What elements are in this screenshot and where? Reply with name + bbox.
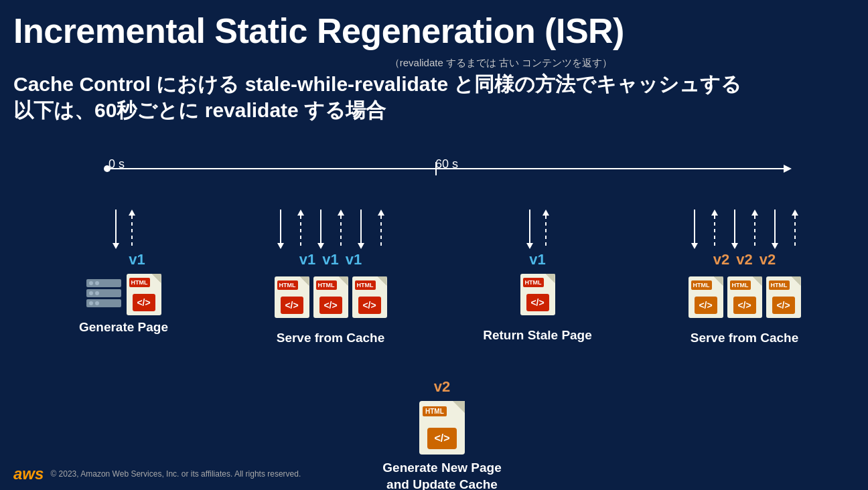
html-badge: HTML xyxy=(316,280,337,290)
footer: aws © 2023, Amazon Web Services, Inc. or… xyxy=(13,465,301,483)
html-file-v2-2: HTML </> xyxy=(727,276,762,318)
arrowhead xyxy=(317,243,324,249)
arrow-down-3 xyxy=(526,210,533,249)
shaft xyxy=(115,210,117,243)
shaft xyxy=(360,210,362,243)
return-stale-label: Return Stale Page xyxy=(483,327,592,344)
section-generate-page: v1 HTML </> Generate Page xyxy=(20,208,227,336)
html-badge: HTML xyxy=(355,280,376,290)
arrowhead xyxy=(358,243,364,249)
shaft xyxy=(529,210,530,243)
html-file-v2-3: HTML </> xyxy=(766,276,801,318)
code-icon-orange: </> xyxy=(733,297,756,314)
timeline-line xyxy=(107,168,788,169)
shaft-dash xyxy=(380,216,382,249)
subtitle-wrapper: （revalidate するまでは 古い コンテンツを返す） Cache Con… xyxy=(0,50,868,123)
generate-page-label: Generate Page xyxy=(79,319,168,336)
version-v1-stale: v1 xyxy=(529,251,545,268)
code-icon: </> xyxy=(358,297,381,314)
code-icon-orange: </> xyxy=(772,297,795,314)
section-return-stale: v1 HTML </> Return Stale Page xyxy=(434,208,641,344)
arrow-up-2c xyxy=(378,210,384,249)
sections-wrapper: v1 HTML </> Generate Page xyxy=(0,208,868,347)
arrow-up-2b xyxy=(338,210,344,249)
arrow-down-1 xyxy=(113,210,119,249)
version-row-v2: v2 v2 v2 xyxy=(713,251,776,274)
timeline-dot-start xyxy=(104,165,111,172)
code-icon: </> xyxy=(133,294,155,311)
html-file-1: HTML </> xyxy=(275,276,309,318)
arrow-up-4b xyxy=(751,210,758,249)
arrow-up-3 xyxy=(542,210,549,249)
timeline-tick-60s xyxy=(435,162,437,175)
html-badge: HTML xyxy=(277,280,298,290)
arrow-down-4a xyxy=(691,210,698,249)
code-icon-large: </> xyxy=(427,428,457,449)
version-row: v1 v1 v1 xyxy=(299,251,362,274)
shaft-dash xyxy=(340,216,342,249)
shaft-dash xyxy=(794,216,796,249)
arrow-up-2a xyxy=(297,210,304,249)
html-file-stale: HTML </> xyxy=(520,274,555,315)
arrowhead xyxy=(113,243,119,249)
subtitle-main: Cache Control における stale-while-revalidat… xyxy=(13,71,855,123)
code-icon: </> xyxy=(319,297,342,314)
arrow-down-4b xyxy=(731,210,738,249)
server-icon xyxy=(86,279,121,307)
shaft xyxy=(694,210,695,243)
html-badge: HTML xyxy=(523,278,544,287)
arrow-down-2a xyxy=(277,210,284,249)
copyright-text: © 2023, Amazon Web Services, Inc. or its… xyxy=(50,469,301,479)
arrowhead xyxy=(297,210,304,216)
cache1-arrows xyxy=(277,208,384,251)
version-v2-new: v2 xyxy=(434,378,450,396)
section-serve-cache-1: v1 v1 v1 HTML </> HTML </> HTML </> Serv… xyxy=(227,208,434,347)
shaft xyxy=(280,210,281,243)
arrow-down-2c xyxy=(358,210,364,249)
stale-arrows xyxy=(526,208,549,251)
cache2-files: HTML </> HTML </> HTML </> xyxy=(689,276,801,318)
arrow-down-4c xyxy=(772,210,778,249)
server-bar-3 xyxy=(86,299,121,307)
timeline: 0 s 60 s xyxy=(0,157,868,179)
html-file-v2-1: HTML </> xyxy=(689,276,723,318)
aws-logo-wrapper: aws xyxy=(13,465,44,483)
code-icon: </> xyxy=(526,294,549,311)
generate-icons: HTML </> xyxy=(86,274,161,315)
arrow-up-4c xyxy=(792,210,798,249)
shaft xyxy=(320,210,321,243)
arrowhead xyxy=(378,210,384,216)
cache2-arrows xyxy=(691,208,798,251)
generate-new-label: Generate New Page and Update Cache xyxy=(382,460,501,490)
arrowhead xyxy=(772,243,778,249)
arrowhead xyxy=(731,243,738,249)
html-badge-large: HTML xyxy=(423,406,447,416)
serve-cache-2-label: Serve from Cache xyxy=(691,330,799,347)
fold-corner xyxy=(453,401,465,413)
timeline-arrow xyxy=(784,165,792,173)
shaft-dash xyxy=(754,216,755,249)
server-bar-1 xyxy=(86,279,121,287)
serve-cache-1-label: Serve from Cache xyxy=(277,330,385,347)
shaft xyxy=(734,210,735,243)
cache1-files: HTML </> HTML </> HTML </> xyxy=(275,276,387,318)
arrowhead xyxy=(751,210,758,216)
arrowhead xyxy=(277,243,284,249)
arrow-up-1 xyxy=(129,210,135,249)
arrowhead xyxy=(526,243,533,249)
timeline-bar xyxy=(107,159,761,179)
subtitle-note: （revalidate するまでは 古い コンテンツを返す） xyxy=(147,57,855,70)
arrowhead xyxy=(711,210,718,216)
subtitle-line2: 以下は、60秒ごとに revalidate する場合 xyxy=(13,99,386,121)
arrowhead xyxy=(792,210,798,216)
html-file-red: HTML </> xyxy=(127,274,161,315)
version-v1: v1 xyxy=(129,251,145,268)
version-label-v2b: v2 xyxy=(736,251,752,268)
generate-arrows xyxy=(113,208,135,251)
html-file-3: HTML </> xyxy=(352,276,387,318)
code-icon-orange: </> xyxy=(695,297,717,314)
section-serve-cache-2: v2 v2 v2 HTML </> HTML </> HTML </> Serv… xyxy=(641,208,848,347)
arrow-up-4a xyxy=(711,210,718,249)
generate-new-section: v2 HTML </> Generate New Page and Update… xyxy=(375,378,509,490)
shaft-dash xyxy=(300,216,301,249)
